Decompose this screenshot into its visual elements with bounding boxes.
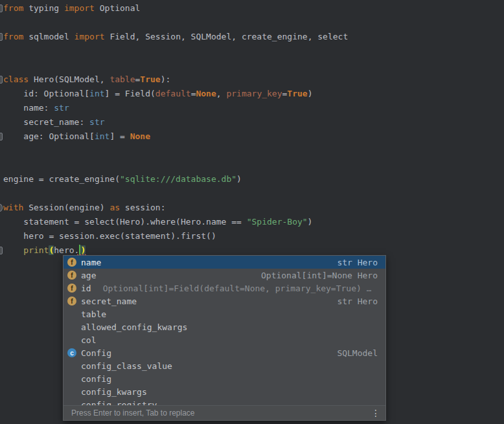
code-line[interactable]: engine = create_engine("sqlite:///databa… bbox=[3, 172, 504, 186]
completion-type-hint: str Hero bbox=[337, 296, 378, 306]
code-line[interactable] bbox=[3, 58, 504, 73]
no-icon-spacer bbox=[67, 322, 76, 331]
gutter-icon-fragment bbox=[0, 5, 3, 12]
token-pl: secret_name: bbox=[3, 117, 89, 127]
completion-item[interactable]: table bbox=[63, 307, 385, 320]
completion-label: secret_name bbox=[81, 296, 137, 306]
gutter-icon-fragment bbox=[0, 133, 3, 140]
code-line[interactable]: class Hero(SQLModel, table=True): bbox=[3, 73, 504, 87]
no-icon-spacer bbox=[67, 387, 76, 396]
token-ty: int bbox=[89, 89, 104, 98]
completion-item[interactable]: allowed_config_kwargs bbox=[63, 320, 385, 333]
code-line[interactable] bbox=[3, 44, 504, 58]
completion-item[interactable]: fageOptional[int]=None Hero bbox=[63, 269, 385, 282]
field-icon: f bbox=[67, 284, 76, 293]
completion-label: config_class_value bbox=[81, 361, 172, 371]
completion-signature: Optional[int]=Field(default=None, primar… bbox=[103, 284, 372, 293]
token-str: "sqlite:///database.db" bbox=[120, 174, 236, 184]
token-pl: Session(engine) bbox=[23, 203, 109, 212]
token-pl: ) bbox=[308, 217, 313, 227]
completion-item[interactable]: fidOptional[int]=Field(default=None, pri… bbox=[63, 282, 385, 295]
token-pl: ] = Field( bbox=[105, 89, 155, 98]
no-icon-spacer bbox=[67, 400, 76, 405]
token-kw: import bbox=[74, 32, 105, 41]
token-pl: Field, Session, SQLModel, create_engine,… bbox=[105, 32, 349, 41]
completion-label: Config bbox=[81, 348, 111, 358]
code-line[interactable] bbox=[3, 186, 504, 201]
token-kwarg: primary_key bbox=[226, 89, 282, 98]
code-line[interactable]: id: Optional[int] = Field(default=None, … bbox=[3, 87, 504, 101]
completion-label: table bbox=[81, 309, 106, 319]
token-ty: str bbox=[89, 117, 104, 127]
token-nb: True bbox=[140, 74, 160, 84]
completion-footer-hint: Press Enter to insert, Tab to replace bbox=[71, 408, 195, 418]
code-line[interactable]: secret_name: str bbox=[3, 115, 504, 129]
gutter-icon-fragment bbox=[0, 33, 3, 41]
completion-label: col bbox=[81, 335, 96, 345]
token-fn: print bbox=[23, 245, 49, 255]
code-line[interactable]: with Session(engine) as session: bbox=[3, 201, 504, 215]
completion-item[interactable]: config_kwargs bbox=[63, 385, 385, 398]
code-line[interactable]: statement = select(Hero).where(Hero.name… bbox=[3, 215, 504, 229]
token-pl: session: bbox=[120, 203, 165, 212]
token-kw: as bbox=[109, 203, 120, 212]
no-icon-spacer bbox=[67, 374, 76, 383]
code-line[interactable]: from typing import Optional bbox=[3, 1, 504, 16]
completion-type-hint: str Hero bbox=[337, 258, 378, 267]
kebab-menu-icon[interactable]: ⋮ bbox=[371, 408, 380, 418]
token-pl: engine = create_engine( bbox=[3, 174, 120, 184]
token-pl: ] = bbox=[109, 131, 130, 141]
code-line[interactable] bbox=[3, 16, 504, 30]
token-pl: name: bbox=[3, 103, 54, 113]
completion-item[interactable]: col bbox=[63, 333, 385, 346]
completion-label: config_registry bbox=[81, 400, 157, 406]
completion-item[interactable]: config_registry bbox=[63, 398, 385, 405]
token-kw: class bbox=[3, 74, 29, 84]
code-line[interactable]: hero = session.exec(statement).first() bbox=[3, 229, 504, 243]
code-line[interactable] bbox=[3, 158, 504, 172]
completion-type-hint: SQLModel bbox=[337, 348, 378, 358]
editor-code-area[interactable]: from typing import Optionalfrom sqlmodel… bbox=[0, 0, 504, 258]
completion-item[interactable]: cConfigSQLModel bbox=[63, 346, 385, 359]
token-nb: True bbox=[287, 89, 307, 98]
completion-label: allowed_config_kwargs bbox=[81, 322, 187, 332]
token-kw: with bbox=[3, 203, 23, 212]
field-icon: f bbox=[67, 258, 76, 267]
token-pl: Hero(SQLModel, bbox=[29, 74, 109, 84]
token-nb: None bbox=[130, 131, 150, 141]
token-kw: from bbox=[3, 3, 23, 13]
completion-label: id bbox=[81, 284, 91, 293]
field-icon: f bbox=[67, 296, 76, 306]
token-str: "Spider-Boy" bbox=[247, 217, 308, 227]
token-pl: hero. bbox=[54, 245, 79, 255]
token-pl: hero = session.exec(statement).first() bbox=[3, 231, 216, 241]
no-icon-spacer bbox=[67, 335, 76, 344]
completion-item[interactable]: fnamestr Hero bbox=[63, 256, 385, 269]
token-pl: , bbox=[216, 89, 227, 98]
completion-label: name bbox=[81, 258, 101, 267]
token-pl: statement = select(Hero).where(Hero.name… bbox=[3, 217, 247, 227]
token-pl: ): bbox=[161, 74, 171, 84]
completion-label: config bbox=[81, 374, 111, 384]
code-line[interactable] bbox=[3, 144, 504, 158]
code-editor-window: from typing import Optionalfrom sqlmodel… bbox=[0, 0, 504, 424]
code-line[interactable]: name: str bbox=[3, 101, 504, 115]
gutter-icon-fragment bbox=[0, 247, 3, 254]
completion-item[interactable]: config_class_value bbox=[63, 359, 385, 372]
no-icon-spacer bbox=[67, 309, 76, 318]
no-icon-spacer bbox=[67, 361, 76, 370]
class-icon: c bbox=[67, 348, 76, 357]
completion-item[interactable]: config bbox=[63, 372, 385, 385]
completion-item[interactable]: fsecret_namestr Hero bbox=[63, 295, 385, 307]
completion-type-hint: Optional[int]=None Hero bbox=[261, 271, 378, 280]
completion-label: age bbox=[81, 271, 96, 280]
completion-list: fnamestr HerofageOptional[int]=None Hero… bbox=[63, 256, 385, 405]
token-ty: int bbox=[95, 131, 109, 141]
token-pl: id: Optional[ bbox=[3, 89, 89, 98]
token-pl: ) bbox=[236, 174, 242, 184]
code-line[interactable]: age: Optional[int] = None bbox=[3, 129, 504, 144]
token-pl: age: Optional[ bbox=[3, 131, 95, 141]
autocomplete-popup: fnamestr HerofageOptional[int]=None Hero… bbox=[63, 255, 386, 421]
code-line[interactable]: from sqlmodel import Field, Session, SQL… bbox=[3, 30, 504, 44]
token-ty: str bbox=[54, 103, 69, 113]
